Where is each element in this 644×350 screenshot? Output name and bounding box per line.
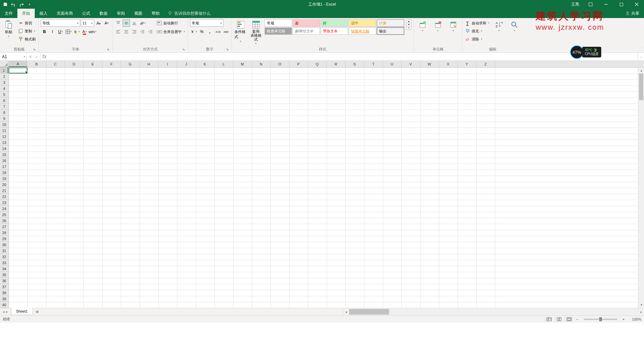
page-break-view-icon[interactable]	[565, 316, 573, 322]
page-layout-view-icon[interactable]	[555, 316, 563, 322]
row-header[interactable]: 3	[0, 79, 8, 85]
column-header[interactable]: U	[383, 61, 401, 67]
fx-icon[interactable]: fx	[40, 53, 48, 60]
decrease-decimal-icon[interactable]: .00.0	[222, 28, 229, 35]
row-header[interactable]: 16	[0, 158, 8, 164]
row-header[interactable]: 17	[0, 164, 8, 170]
undo-icon[interactable]	[11, 2, 16, 7]
enter-formula-icon[interactable]: ✓	[35, 54, 38, 59]
column-header[interactable]: J	[177, 61, 196, 67]
decrease-indent-icon[interactable]	[139, 28, 146, 35]
insert-cells-button[interactable]: +▾	[416, 19, 429, 33]
style-warn[interactable]: 警告文本	[321, 27, 348, 35]
add-sheet-button[interactable]: ⊕	[33, 308, 42, 315]
row-header[interactable]: 13	[0, 140, 8, 146]
row-header[interactable]: 6	[0, 98, 8, 104]
column-header[interactable]: O	[271, 61, 289, 67]
zoom-in-button[interactable]: +	[621, 317, 626, 321]
collapse-ribbon-icon[interactable]: ˆ	[641, 47, 642, 51]
row-header[interactable]: 11	[0, 128, 8, 134]
gallery-up-icon[interactable]: ▴	[407, 20, 411, 23]
autosum-button[interactable]: ∑自动求和▾	[464, 19, 490, 27]
ribbon-options-icon[interactable]	[583, 0, 598, 9]
row-header[interactable]: 37	[0, 284, 8, 290]
tab-view[interactable]: 视图	[130, 9, 147, 18]
font-name-combo[interactable]: 等线▾	[41, 19, 80, 27]
redo-icon[interactable]	[19, 2, 24, 7]
tab-formulas[interactable]: 公式	[77, 9, 95, 18]
zoom-slider[interactable]	[584, 319, 617, 320]
style-calc[interactable]: 计算	[377, 19, 404, 27]
column-header[interactable]: A	[9, 61, 27, 67]
format-painter-button[interactable]: 格式刷	[17, 35, 36, 43]
bold-button[interactable]: B	[41, 28, 48, 35]
name-box[interactable]: A1▾	[0, 53, 27, 60]
font-size-combo[interactable]: 11▾	[81, 19, 94, 27]
tell-me-search[interactable]: 告诉我你想要做什么	[164, 9, 214, 18]
horizontal-scrollbar[interactable]: ◂ ▸	[343, 308, 644, 315]
comma-format-icon[interactable]: ,	[206, 28, 213, 35]
column-header[interactable]: X	[439, 61, 458, 67]
zoom-level[interactable]: 100%	[628, 317, 641, 321]
sort-filter-button[interactable]: AZ▾	[492, 19, 506, 33]
increase-decimal-icon[interactable]: .0.00	[214, 28, 221, 35]
row-header[interactable]: 7	[0, 104, 8, 110]
column-header[interactable]: Q	[308, 61, 327, 67]
row-header[interactable]: 23	[0, 200, 8, 206]
tab-help[interactable]: 帮助	[147, 9, 164, 18]
row-header[interactable]: 8	[0, 110, 8, 116]
style-check[interactable]: 检查单元格	[265, 27, 292, 35]
sheet-prev-icon[interactable]: ◂	[3, 310, 5, 314]
column-header[interactable]: G	[121, 61, 140, 67]
style-good[interactable]: 好	[321, 19, 348, 27]
row-header[interactable]: 19	[0, 176, 8, 182]
align-center-icon[interactable]	[123, 28, 130, 35]
column-header[interactable]: I	[158, 61, 177, 67]
gallery-down-icon[interactable]: ▾	[407, 23, 411, 26]
row-header[interactable]: 4	[0, 85, 8, 92]
scroll-up-icon[interactable]: ▴	[638, 67, 644, 73]
column-header[interactable]: R	[327, 61, 345, 67]
scroll-right-icon[interactable]: ▸	[638, 309, 644, 315]
qat-customize-icon[interactable]: ▾	[27, 2, 32, 7]
column-header[interactable]: M	[233, 61, 252, 67]
column-header[interactable]: L	[214, 61, 233, 67]
format-as-table-button[interactable]: 套用 表格格式▾	[249, 19, 263, 46]
close-icon[interactable]	[629, 0, 644, 9]
row-header[interactable]: 25	[0, 212, 8, 218]
column-header[interactable]: F	[102, 61, 121, 67]
row-header[interactable]: 31	[0, 248, 8, 254]
clear-button[interactable]: 清除▾	[464, 35, 490, 43]
row-header[interactable]: 15	[0, 152, 8, 158]
row-header[interactable]: 14	[0, 146, 8, 152]
row-header[interactable]: 28	[0, 230, 8, 236]
align-left-icon[interactable]	[115, 28, 122, 35]
column-header[interactable]: B	[27, 61, 46, 67]
tab-review[interactable]: 审阅	[112, 9, 130, 18]
row-header[interactable]: 36	[0, 278, 8, 284]
row-header[interactable]: 10	[0, 122, 8, 128]
row-header[interactable]: 12	[0, 134, 8, 140]
cpu-widget[interactable]: 47% 40℃ 🍃CPU温度	[570, 45, 601, 59]
align-middle-icon[interactable]	[123, 19, 130, 27]
share-button[interactable]: 共享	[621, 9, 644, 18]
row-header[interactable]: 20	[0, 182, 8, 188]
column-header[interactable]: Y	[458, 61, 476, 67]
row-header[interactable]: 32	[0, 254, 8, 260]
row-header[interactable]: 29	[0, 236, 8, 242]
format-cells-button[interactable]: ▾	[447, 19, 460, 33]
row-header[interactable]: 33	[0, 260, 8, 266]
align-launcher-icon[interactable]: ⬊	[182, 48, 186, 52]
gallery-more-icon[interactable]: ▿	[407, 26, 411, 29]
underline-button[interactable]: U▾	[57, 28, 64, 35]
column-header[interactable]: T	[364, 61, 383, 67]
tab-insert[interactable]: 插入	[35, 9, 52, 18]
row-header[interactable]: 21	[0, 188, 8, 194]
row-header[interactable]: 38	[0, 290, 8, 296]
increase-indent-icon[interactable]	[147, 28, 154, 35]
orientation-icon[interactable]: ab▾	[139, 19, 146, 27]
cut-button[interactable]: ✂剪切	[17, 19, 36, 27]
tab-file[interactable]: 文件	[0, 9, 17, 18]
row-header[interactable]: 30	[0, 242, 8, 248]
column-header[interactable]: V	[401, 61, 420, 67]
